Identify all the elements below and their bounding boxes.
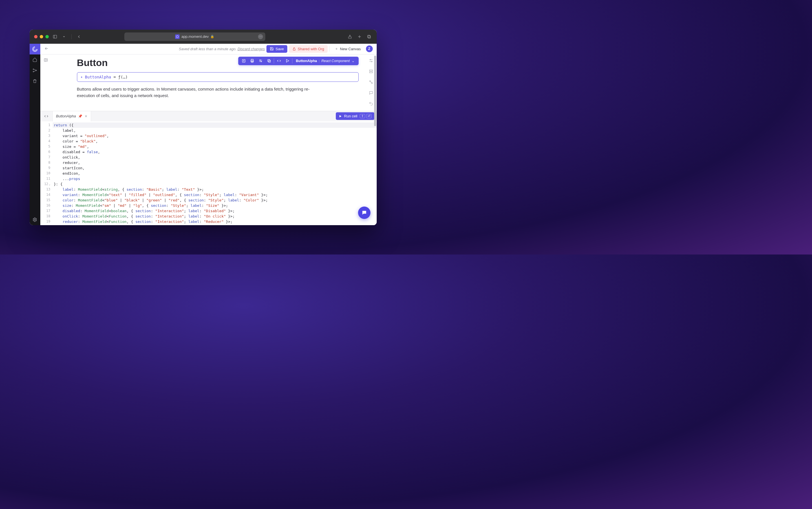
new-canvas-button[interactable]: ＋ New Canvas bbox=[331, 44, 364, 53]
shared-status-button[interactable]: Shared with Org bbox=[289, 45, 328, 53]
print-icon[interactable] bbox=[248, 57, 256, 65]
code-tab-label: ButtonAlpha bbox=[56, 114, 76, 118]
code-content[interactable]: return ({ label, variant = "outlined", c… bbox=[53, 121, 377, 225]
cell-type-dropdown[interactable]: ButtonAlpha: React Component ⌄ bbox=[293, 59, 357, 63]
cell-signature-box[interactable]: ✦ ButtonAlpha = ƒ(…) bbox=[77, 72, 359, 82]
cell-expr: = ƒ(…) bbox=[111, 75, 128, 79]
new-canvas-label: New Canvas bbox=[340, 47, 361, 51]
trash-icon[interactable] bbox=[30, 76, 40, 87]
site-favicon-icon bbox=[175, 34, 180, 39]
titlebar: app.moment.dev 🔒 ⋯ bbox=[30, 30, 377, 44]
adjust-icon[interactable] bbox=[369, 58, 373, 64]
left-rail bbox=[30, 44, 40, 225]
main-column: Saved draft less than a minute ago. Disc… bbox=[40, 44, 377, 225]
document-area: Button ButtonAlpha: React Component ⌄ bbox=[40, 55, 377, 111]
svg-rect-24 bbox=[268, 60, 271, 62]
svg-point-8 bbox=[33, 69, 34, 70]
svg-point-10 bbox=[36, 70, 37, 71]
back-icon[interactable] bbox=[76, 34, 82, 39]
save-button-label: Save bbox=[275, 47, 284, 51]
cell-toolbar-name: ButtonAlpha bbox=[296, 59, 317, 63]
app-body: Saved draft less than a minute ago. Disc… bbox=[30, 44, 377, 225]
svg-rect-31 bbox=[369, 72, 372, 73]
description-text: Buttons allow end users to trigger actio… bbox=[77, 86, 317, 99]
nav-back-icon[interactable] bbox=[44, 46, 49, 52]
zoom-window-icon[interactable] bbox=[45, 35, 49, 38]
run-cell-button[interactable]: Run cell ⇧⏎ bbox=[336, 112, 374, 120]
pin-icon[interactable]: 📌 bbox=[78, 114, 82, 118]
run-cell-label: Run cell bbox=[344, 114, 358, 118]
close-window-icon[interactable] bbox=[34, 35, 37, 38]
svg-rect-12 bbox=[293, 48, 295, 50]
app-topbar: Saved draft less than a minute ago. Disc… bbox=[40, 44, 377, 55]
copy-icon[interactable] bbox=[265, 57, 273, 65]
layout-icon[interactable] bbox=[369, 69, 373, 75]
svg-point-23 bbox=[261, 61, 262, 62]
app-logo-icon[interactable] bbox=[30, 44, 40, 55]
chat-fab-icon[interactable] bbox=[358, 207, 370, 219]
cell-toolbar: ButtonAlpha: React Component ⌄ bbox=[238, 57, 358, 65]
graph-icon[interactable] bbox=[30, 65, 40, 76]
svg-point-21 bbox=[260, 60, 260, 61]
keyboard-hint: ⇧⏎ bbox=[360, 114, 372, 118]
home-icon[interactable] bbox=[30, 55, 40, 65]
plus-icon: ＋ bbox=[335, 46, 338, 52]
window-controls bbox=[34, 35, 49, 38]
collapse-outline-icon[interactable] bbox=[44, 58, 48, 111]
sliders-icon[interactable] bbox=[256, 57, 265, 65]
code-zone: ButtonAlpha 📌 ✕ Run cell ⇧⏎ 123456789101… bbox=[40, 111, 377, 225]
shared-status-label: Shared with Org bbox=[298, 47, 324, 51]
share-icon[interactable] bbox=[347, 34, 353, 39]
svg-point-9 bbox=[33, 71, 34, 72]
address-bar[interactable]: app.moment.dev 🔒 ⋯ bbox=[124, 32, 265, 41]
avatar[interactable]: Z bbox=[366, 45, 373, 52]
discard-changes-link[interactable]: Discard changes bbox=[237, 47, 265, 51]
link-icon[interactable] bbox=[369, 80, 373, 86]
sidebar-toggle-icon[interactable] bbox=[52, 34, 58, 39]
new-tab-icon[interactable] bbox=[357, 34, 362, 39]
svg-point-2 bbox=[177, 36, 179, 38]
cell-name: ButtonAlpha bbox=[85, 75, 111, 79]
svg-point-11 bbox=[34, 219, 35, 220]
sparkle-icon: ✦ bbox=[81, 75, 83, 79]
code-tabs: ButtonAlpha 📌 ✕ Run cell ⇧⏎ bbox=[40, 111, 377, 121]
save-button[interactable]: Save bbox=[266, 45, 287, 53]
minimize-window-icon[interactable] bbox=[40, 35, 43, 38]
code-panel-icon[interactable] bbox=[40, 111, 53, 121]
draft-status-text: Saved draft less than a minute ago. Disc… bbox=[179, 47, 265, 51]
line-gutter: 123456789101112 ⌄13141516171819202122 ⌄2… bbox=[40, 121, 53, 225]
svg-rect-0 bbox=[53, 35, 57, 38]
code-editor[interactable]: 123456789101112 ⌄13141516171819202122 ⌄2… bbox=[40, 121, 377, 225]
cell-toolbar-type: React Component bbox=[322, 59, 350, 63]
svg-rect-7 bbox=[368, 35, 370, 37]
svg-rect-25 bbox=[267, 60, 270, 62]
svg-rect-6 bbox=[368, 36, 371, 38]
svg-rect-30 bbox=[369, 70, 372, 71]
page-options-icon[interactable]: ⋯ bbox=[258, 34, 263, 39]
insert-cell-icon[interactable] bbox=[239, 57, 248, 65]
settings-icon[interactable] bbox=[30, 214, 40, 225]
lock-icon: 🔒 bbox=[210, 35, 214, 38]
undo-icon[interactable] bbox=[369, 101, 373, 107]
play-icon[interactable] bbox=[283, 57, 292, 65]
scrollbar-thumb[interactable] bbox=[374, 56, 376, 126]
chevron-down-icon: ⌄ bbox=[352, 59, 355, 63]
url-host: app.moment.dev bbox=[181, 34, 209, 39]
code-icon[interactable] bbox=[274, 57, 283, 65]
comment-icon[interactable] bbox=[369, 91, 373, 96]
browser-window: app.moment.dev 🔒 ⋯ bbox=[30, 30, 377, 225]
close-tab-icon[interactable]: ✕ bbox=[84, 114, 87, 118]
tabs-overview-icon[interactable] bbox=[366, 34, 372, 39]
tab-dropdown-icon[interactable] bbox=[61, 34, 67, 39]
code-tab-active[interactable]: ButtonAlpha 📌 ✕ bbox=[53, 111, 91, 121]
